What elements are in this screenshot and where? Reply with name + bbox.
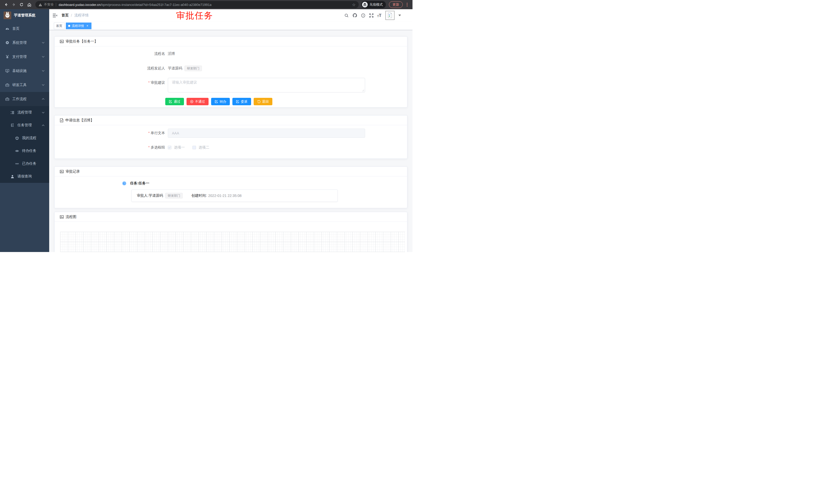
fullscreen-button[interactable]	[369, 13, 374, 18]
picture-icon	[60, 170, 64, 174]
breadcrumb-current: 流程详情	[74, 13, 89, 18]
fullscreen-icon	[369, 13, 374, 18]
sidebar-collapse-button[interactable]	[53, 13, 57, 18]
gear-icon	[5, 41, 9, 45]
delegate-button[interactable]: 委派	[232, 98, 251, 105]
return-button[interactable]: 退回	[254, 98, 272, 105]
sidebar-item-process-mgmt[interactable]: 流程管理	[0, 106, 49, 119]
url-divider	[56, 3, 56, 6]
sidebar-item-label: 流程管理	[17, 110, 32, 115]
incognito-icon	[362, 2, 368, 7]
help-button[interactable]: ?	[361, 13, 365, 18]
url-path: /bpm/process-instance/detail?id=54aa251f…	[100, 3, 211, 7]
dept-tag: 研发部门	[184, 66, 202, 71]
button-label: 委派	[241, 99, 247, 104]
tab-close-icon[interactable]: ×	[86, 24, 89, 28]
browser-forward-button[interactable]	[10, 1, 17, 8]
sidebar-item-label: 请假查询	[17, 174, 32, 179]
font-size-button[interactable]: TT	[377, 13, 382, 18]
security-label: 不安全	[44, 2, 54, 7]
sidebar-item-label: 任务管理	[17, 123, 32, 128]
records-card-header: 审批记录	[55, 167, 407, 176]
update-label: 更新	[392, 2, 399, 7]
sidebar-item-task-mgmt[interactable]: 任务管理	[0, 119, 49, 132]
create-time-value: 2022-01-21 22:35:08	[208, 194, 242, 198]
transfer-button[interactable]: 转办	[211, 98, 230, 105]
hamburger-icon	[53, 13, 57, 18]
chevron-down-icon	[42, 42, 45, 44]
github-button[interactable]	[353, 13, 357, 18]
application-card-header: 申请信息【滔博】	[55, 115, 407, 125]
reject-button[interactable]: 不通过	[186, 98, 209, 105]
app-logo-row[interactable]: 芋道管理系统	[0, 9, 49, 21]
circle-close-icon	[190, 100, 194, 103]
resize-grip-icon[interactable]	[362, 89, 364, 92]
sidebar-item-infra[interactable]: 基础设施	[0, 64, 49, 78]
screen: 不安全 dashboard.yudao.iocoder.cn/bpm/proce…	[0, 0, 412, 252]
sidebar: 芋道管理系统 首页 系统管理 支付管理	[0, 9, 49, 252]
process-name-row: 流程名 滔博	[55, 51, 407, 56]
sidebar-item-label: 工作流程	[12, 97, 27, 101]
dept-tag: 研发部门	[165, 193, 183, 198]
search-icon	[344, 13, 349, 18]
dashboard-icon	[5, 27, 9, 30]
approval-actions: 通过 不通过 转办 委	[165, 98, 407, 105]
app-title: 芋道管理系统	[14, 13, 35, 18]
approve-button[interactable]: 通过	[165, 98, 184, 105]
checkbox-label: 选项二	[199, 145, 209, 150]
sidebar-item-label: 我的流程	[22, 136, 36, 140]
sidebar-item-devtools[interactable]: 研发工具	[0, 78, 49, 92]
question-icon: ?	[361, 13, 365, 18]
edit-icon	[169, 100, 172, 103]
process-name-value: 滔博	[168, 52, 175, 56]
avatar[interactable]	[385, 11, 394, 20]
undo-icon	[257, 100, 260, 103]
not-secure-warning-icon	[39, 3, 42, 7]
sidebar-item-done-tasks[interactable]: 已办任务	[0, 157, 49, 170]
forward-icon	[12, 3, 16, 7]
single-text-value: AAA	[172, 131, 179, 135]
sidebar-item-system[interactable]: 系统管理	[0, 35, 49, 50]
tab-home[interactable]: 首页	[54, 22, 65, 29]
face-icon	[15, 136, 19, 140]
url-bar[interactable]: 不安全 dashboard.yudao.iocoder.cn/bpm/proce…	[35, 1, 359, 8]
sidebar-item-todo-tasks[interactable]: 待办任务	[0, 145, 49, 157]
breadcrumb-home[interactable]: 首页	[62, 13, 69, 18]
browser-update-button[interactable]: 更新	[389, 1, 403, 8]
browser-reload-button[interactable]	[18, 1, 25, 8]
browser-menu-button[interactable]	[404, 3, 410, 7]
button-label: 退回	[262, 99, 269, 104]
card-title: 审批记录	[66, 169, 80, 174]
sidebar-item-home[interactable]: 首页	[0, 21, 49, 35]
checkbox-option-1: 选项一	[168, 145, 185, 150]
button-label: 不通过	[195, 99, 205, 104]
tab-process-detail[interactable]: 流程详情 ×	[66, 22, 91, 29]
approval-task-card: 审批任务【任务一】 流程名 滔博 流程发起人 芋道源码 研发部门	[54, 36, 407, 107]
browser-home-button[interactable]	[26, 1, 33, 8]
bpmn-grid-canvas[interactable]	[60, 232, 405, 252]
search-button[interactable]	[344, 13, 349, 18]
sidebar-item-label: 待办任务	[22, 149, 36, 153]
chevron-down-icon	[42, 70, 45, 72]
suggestion-textarea[interactable]: 请输入审批建议	[168, 78, 365, 92]
browser-back-button[interactable]	[3, 1, 10, 8]
approver-value: 芋道源码	[149, 193, 163, 198]
avatar-dropdown-caret[interactable]	[398, 15, 401, 16]
sidebar-item-my-process[interactable]: 我的流程	[0, 132, 49, 145]
picture-icon	[60, 39, 64, 44]
sidebar-item-workflow[interactable]: 工作流程	[0, 92, 49, 106]
monitor-icon	[5, 69, 9, 73]
textarea-placeholder: 请输入审批建议	[172, 80, 197, 84]
bookmark-star-icon[interactable]: ☆	[352, 2, 356, 7]
chevron-up-icon	[42, 124, 45, 126]
toolbox-icon	[5, 83, 9, 87]
application-card-body: 单行文本 AAA 多选框组 选项一	[55, 129, 407, 150]
sidebar-item-payment[interactable]: 支付管理	[0, 50, 49, 64]
single-text-input: AAA	[168, 129, 365, 138]
org-icon	[10, 123, 14, 127]
diagram-card-body	[55, 232, 407, 252]
sidebar-item-label: 已办任务	[22, 161, 36, 166]
clock-icon	[122, 181, 126, 185]
sidebar-item-leave-query[interactable]: 请假查询	[0, 170, 49, 183]
approval-records-card: 审批记录 任务:任务一 审批人: 芋道源码 研发部门 创建时间: 2022-01	[54, 166, 407, 208]
